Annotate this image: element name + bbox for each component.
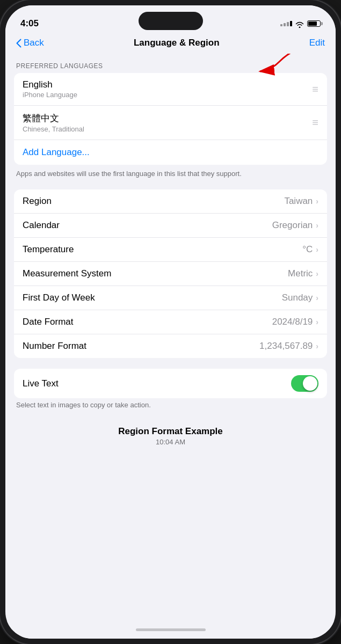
edit-button[interactable]: Edit	[309, 38, 325, 48]
languages-card: English iPhone Language ≡ 繁體中文 Chinese, …	[14, 73, 327, 165]
home-bar	[136, 628, 206, 631]
settings-card: Region Taiwan › Calendar Gregorian › Tem…	[14, 189, 327, 358]
temperature-chevron: ›	[316, 245, 318, 254]
drag-handle-english[interactable]: ≡	[312, 83, 318, 96]
firstday-value: Sunday	[282, 292, 313, 303]
region-label: Region	[23, 196, 284, 207]
add-language-button[interactable]: Add Language...	[14, 140, 327, 165]
live-text-note: Select text in images to copy or take ac…	[5, 398, 336, 410]
dateformat-value: 2024/8/19	[272, 317, 313, 327]
region-format-section: Region Format Example 10:04 AM	[5, 421, 336, 448]
numberformat-value: 1,234,567.89	[259, 341, 313, 352]
settings-row-dateformat[interactable]: Date Format 2024/8/19 ›	[14, 310, 327, 334]
battery-icon	[307, 20, 321, 27]
language-name-chinese: 繁體中文	[23, 112, 308, 125]
live-text-toggle[interactable]	[291, 375, 318, 392]
language-sub-english: iPhone Language	[23, 91, 308, 99]
languages-section-wrapper: English iPhone Language ≡ 繁體中文 Chinese, …	[14, 73, 327, 165]
languages-footer-note: Apps and websites will use the first lan…	[5, 165, 336, 179]
language-name-english: English	[23, 79, 308, 90]
numberformat-label: Number Format	[23, 341, 259, 352]
status-bar: 4:05	[5, 5, 336, 34]
numberformat-chevron: ›	[316, 342, 318, 350]
calendar-value: Gregorian	[272, 220, 313, 231]
live-text-row: Live Text	[14, 369, 327, 398]
language-row-english[interactable]: English iPhone Language ≡	[14, 73, 327, 106]
status-icons	[280, 20, 321, 27]
firstday-label: First Day of Week	[23, 292, 282, 303]
settings-row-measurement[interactable]: Measurement System Metric ›	[14, 262, 327, 286]
region-format-title: Region Format Example	[5, 426, 336, 437]
phone-frame: 4:05	[0, 0, 341, 644]
measurement-label: Measurement System	[23, 268, 288, 279]
preferred-languages-label: PREFERRED LANGUAGES	[5, 54, 336, 73]
drag-handle-chinese[interactable]: ≡	[312, 116, 318, 129]
temperature-value: °C	[302, 244, 313, 255]
settings-row-numberformat[interactable]: Number Format 1,234,567.89 ›	[14, 334, 327, 358]
live-text-label: Live Text	[23, 378, 291, 389]
dateformat-chevron: ›	[316, 318, 318, 326]
nav-bar: Back Language & Region Edit	[5, 34, 336, 54]
settings-row-firstday[interactable]: First Day of Week Sunday ›	[14, 286, 327, 310]
measurement-value: Metric	[288, 268, 313, 279]
calendar-label: Calendar	[23, 220, 272, 231]
settings-row-temperature[interactable]: Temperature °C ›	[14, 238, 327, 262]
measurement-chevron: ›	[316, 269, 318, 278]
signal-icon	[280, 21, 292, 26]
content-scroll: PREFERRED LANGUAGES Engli	[5, 54, 336, 620]
toggle-knob	[303, 376, 317, 391]
settings-row-calendar[interactable]: Calendar Gregorian ›	[14, 214, 327, 238]
settings-row-region[interactable]: Region Taiwan ›	[14, 189, 327, 214]
language-sub-chinese: Chinese, Traditional	[23, 125, 308, 133]
firstday-chevron: ›	[316, 294, 318, 302]
back-label: Back	[24, 38, 44, 48]
wifi-icon	[295, 20, 304, 27]
home-indicator	[5, 620, 336, 639]
temperature-label: Temperature	[23, 244, 302, 255]
dynamic-island	[139, 12, 203, 30]
page-title: Language & Region	[134, 38, 220, 48]
status-time: 4:05	[20, 18, 39, 29]
screen: 4:05	[5, 5, 336, 639]
language-row-chinese[interactable]: 繁體中文 Chinese, Traditional ≡	[14, 106, 327, 140]
live-text-card: Live Text	[14, 369, 327, 398]
dateformat-label: Date Format	[23, 317, 272, 327]
region-chevron: ›	[316, 197, 318, 206]
back-button[interactable]: Back	[16, 38, 44, 48]
region-value: Taiwan	[284, 196, 313, 207]
region-format-subtitle: 10:04 AM	[5, 438, 336, 446]
calendar-chevron: ›	[316, 221, 318, 230]
